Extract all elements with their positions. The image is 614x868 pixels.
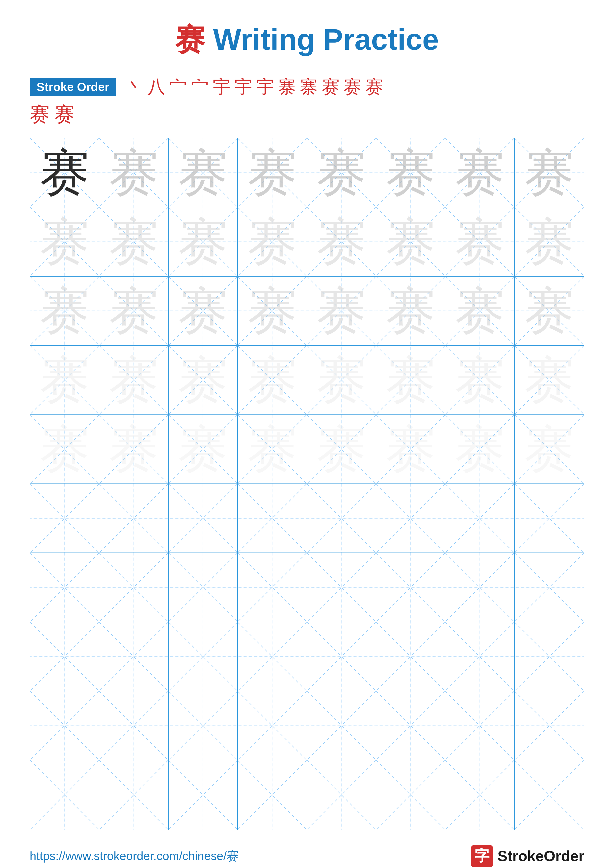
grid-cell-9-1[interactable] [30, 691, 99, 760]
grid-cell-5-4[interactable]: 赛 [238, 415, 307, 484]
svg-line-157 [445, 760, 514, 829]
grid-cell-9-5[interactable] [307, 691, 376, 760]
grid-cell-8-4[interactable] [238, 622, 307, 691]
grid-cell-1-8[interactable]: 赛 [515, 138, 584, 207]
grid-cell-5-2[interactable]: 赛 [99, 415, 168, 484]
stroke-order-chars: 丶 八 宀 宀 宇 宇 宇 寨 寨 赛 赛 赛 [124, 75, 385, 99]
grid-cell-8-6[interactable] [376, 622, 445, 691]
grid-cell-6-6[interactable] [376, 484, 445, 553]
grid-cell-5-5[interactable]: 赛 [307, 415, 376, 484]
grid-cell-5-7[interactable]: 赛 [445, 415, 515, 484]
stroke-char-7: 宇 [256, 75, 274, 99]
grid-cell-10-8[interactable] [515, 760, 584, 829]
svg-line-153 [307, 760, 376, 829]
grid-cell-7-4[interactable] [238, 553, 307, 622]
grid-cell-6-4[interactable] [238, 484, 307, 553]
grid-cell-2-1[interactable]: 赛 [30, 207, 99, 276]
grid-cell-8-3[interactable] [169, 622, 238, 691]
grid-cell-6-7[interactable] [445, 484, 515, 553]
grid-cell-8-8[interactable] [515, 622, 584, 691]
grid-cell-9-7[interactable] [445, 691, 515, 760]
grid-cell-3-2[interactable]: 赛 [99, 277, 168, 346]
grid-cell-5-1[interactable]: 赛 [30, 415, 99, 484]
grid-cell-4-8[interactable]: 赛 [515, 346, 584, 415]
grid-cell-7-6[interactable] [376, 553, 445, 622]
grid-cell-1-7[interactable]: 赛 [445, 138, 515, 207]
grid-cell-2-5[interactable]: 赛 [307, 207, 376, 276]
svg-line-137 [307, 691, 376, 760]
stroke-char-12: 赛 [365, 75, 383, 99]
grid-cell-4-4[interactable]: 赛 [238, 346, 307, 415]
grid-cell-8-5[interactable] [307, 622, 376, 691]
grid-cell-5-6[interactable]: 赛 [376, 415, 445, 484]
grid-cell-2-6[interactable]: 赛 [376, 207, 445, 276]
grid-cell-4-3[interactable]: 赛 [169, 346, 238, 415]
grid-cell-1-3[interactable]: 赛 [169, 138, 238, 207]
grid-cell-7-5[interactable] [307, 553, 376, 622]
grid-cell-1-6[interactable]: 赛 [376, 138, 445, 207]
grid-cell-10-4[interactable] [238, 760, 307, 829]
footer-url[interactable]: https://www.strokeorder.com/chinese/赛 [30, 848, 238, 864]
grid-row-2: 赛 赛 赛 赛 赛 赛 赛 [30, 207, 584, 276]
grid-cell-6-5[interactable] [307, 484, 376, 553]
grid-cell-3-5[interactable]: 赛 [307, 277, 376, 346]
grid-cell-10-7[interactable] [445, 760, 515, 829]
grid-cell-4-1[interactable]: 赛 [30, 346, 99, 415]
grid-cell-3-7[interactable]: 赛 [445, 277, 515, 346]
stroke-char-9: 寨 [300, 75, 318, 99]
grid-cell-2-4[interactable]: 赛 [238, 207, 307, 276]
svg-line-117 [169, 622, 237, 691]
grid-cell-4-7[interactable]: 赛 [445, 346, 515, 415]
grid-cell-10-5[interactable] [307, 760, 376, 829]
grid-cell-2-2[interactable]: 赛 [99, 207, 168, 276]
grid-cell-10-6[interactable] [376, 760, 445, 829]
grid-cell-1-4[interactable]: 赛 [238, 138, 307, 207]
svg-line-123 [376, 622, 445, 691]
grid-row-9 [30, 691, 584, 760]
grid-cell-9-2[interactable] [99, 691, 168, 760]
grid-cell-3-4[interactable]: 赛 [238, 277, 307, 346]
grid-cell-6-2[interactable] [99, 484, 168, 553]
grid-cell-7-7[interactable] [445, 553, 515, 622]
grid-cell-7-2[interactable] [99, 553, 168, 622]
svg-line-108 [445, 553, 514, 622]
grid-cell-1-2[interactable]: 赛 [99, 138, 168, 207]
grid-cell-10-2[interactable] [99, 760, 168, 829]
grid-cell-6-8[interactable] [515, 484, 584, 553]
grid-cell-10-3[interactable] [169, 760, 238, 829]
grid-cell-1-1[interactable]: 赛 [30, 138, 99, 207]
grid-cell-5-3[interactable]: 赛 [169, 415, 238, 484]
grid-cell-6-1[interactable] [30, 484, 99, 553]
grid-row-3: 赛 赛 赛 赛 赛 赛 赛 [30, 277, 584, 346]
char-light: 赛 [109, 148, 159, 197]
grid-cell-3-3[interactable]: 赛 [169, 277, 238, 346]
grid-row-7 [30, 553, 584, 622]
grid-cell-8-1[interactable] [30, 622, 99, 691]
char-light: 赛 [317, 148, 366, 197]
grid-cell-9-8[interactable] [515, 691, 584, 760]
grid-cell-2-3[interactable]: 赛 [169, 207, 238, 276]
grid-cell-7-1[interactable] [30, 553, 99, 622]
grid-cell-2-7[interactable]: 赛 [445, 207, 515, 276]
grid-cell-7-3[interactable] [169, 553, 238, 622]
grid-cell-3-8[interactable]: 赛 [515, 277, 584, 346]
grid-cell-4-2[interactable]: 赛 [99, 346, 168, 415]
grid-row-1: 赛 赛 赛 赛 赛 赛 赛 [30, 138, 584, 207]
grid-cell-7-8[interactable] [515, 553, 584, 622]
grid-cell-8-7[interactable] [445, 622, 515, 691]
grid-cell-10-1[interactable] [30, 760, 99, 829]
grid-cell-4-5[interactable]: 赛 [307, 346, 376, 415]
grid-cell-4-6[interactable]: 赛 [376, 346, 445, 415]
svg-line-145 [30, 760, 99, 829]
grid-cell-8-2[interactable] [99, 622, 168, 691]
grid-cell-9-3[interactable] [169, 691, 238, 760]
char-light: 赛 [247, 148, 297, 197]
grid-cell-3-1[interactable]: 赛 [30, 277, 99, 346]
grid-cell-9-4[interactable] [238, 691, 307, 760]
grid-cell-3-6[interactable]: 赛 [376, 277, 445, 346]
grid-cell-6-3[interactable] [169, 484, 238, 553]
grid-cell-1-5[interactable]: 赛 [307, 138, 376, 207]
grid-cell-5-8[interactable]: 赛 [515, 415, 584, 484]
grid-cell-2-8[interactable]: 赛 [515, 207, 584, 276]
grid-cell-9-6[interactable] [376, 691, 445, 760]
